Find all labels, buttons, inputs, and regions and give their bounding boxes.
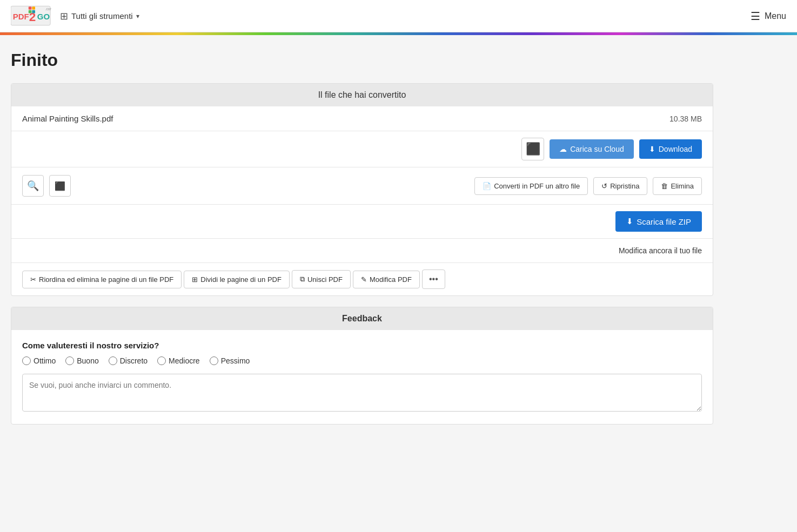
delete-label: Elimina (671, 182, 694, 190)
reorder-label: Riordina ed elimina le pagine di un file… (39, 275, 173, 284)
rating-buono[interactable]: Buono (65, 356, 98, 365)
merge-pdf-button[interactable]: ⧉ Unisci PDF (292, 270, 351, 288)
main-content: Finito Il file che hai convertito Animal… (0, 35, 724, 440)
trash-icon: 🗑 (661, 182, 668, 190)
split-pages-button[interactable]: ⊞ Dividi le pagine di un PDF (184, 271, 290, 288)
feedback-card: Feedback Come valuteresti il nostro serv… (11, 307, 713, 425)
qr-icon-2: ⬛ (55, 181, 65, 191)
rating-radio-group: Ottimo Buono Discreto Mediocre Pessimo (22, 356, 702, 365)
merge-icon: ⧉ (300, 275, 305, 284)
more-icon: ••• (429, 274, 438, 284)
chevron-down-icon: ▾ (136, 12, 139, 20)
mediocre-label: Mediocre (169, 356, 200, 365)
upload-cloud-label: Carica su Cloud (570, 145, 624, 153)
radio-buono[interactable] (65, 356, 74, 365)
svg-rect-8 (32, 10, 35, 13)
page-title: Finito (11, 50, 713, 70)
scissors-icon: ✂ (30, 275, 36, 284)
file-size: 10.38 MB (669, 115, 702, 123)
qr-code-button-2[interactable]: ⬛ (49, 175, 71, 197)
convert-button[interactable]: 📄 Converti in PDF un altro file (474, 177, 588, 195)
edit-icon: ✎ (361, 275, 367, 284)
zip-label: Scarica file ZIP (637, 217, 691, 226)
feedback-header: Feedback (11, 307, 713, 330)
rating-pessimo[interactable]: Pessimo (210, 356, 250, 365)
radio-discreto[interactable] (109, 356, 117, 365)
zip-row: ⬇ Scarica file ZIP (11, 205, 713, 239)
qr-code-button[interactable]: ⬛ (521, 138, 544, 160)
feedback-question: Come valuteresti il nostro servizio? (22, 341, 702, 350)
restore-icon: ↺ (601, 182, 607, 190)
header: PDF 2 GO .com ⊞ Tutti gli strumenti ▾ ☰ … (0, 0, 797, 32)
delete-button[interactable]: 🗑 Elimina (653, 177, 702, 195)
radio-pessimo[interactable] (210, 356, 218, 365)
download-icon: ⬇ (649, 145, 655, 153)
split-label: Dividi le pagine di un PDF (200, 275, 282, 284)
reorder-pages-button[interactable]: ✂ Riordina ed elimina le pagine di un fi… (22, 271, 182, 288)
split-icon: ⊞ (192, 275, 198, 284)
more-tools-button[interactable]: ••• (422, 270, 445, 289)
all-tools-button[interactable]: ⊞ Tutti gli strumenti ▾ (60, 10, 139, 22)
edit-row: Modifica ancora il tuo file (11, 239, 713, 263)
file-section-header: Il file che hai convertito (11, 84, 713, 106)
feedback-body: Come valuteresti il nostro servizio? Ott… (11, 330, 713, 424)
menu-label: Menu (765, 11, 786, 21)
hamburger-icon: ☰ (751, 10, 760, 23)
qr-icon: ⬛ (526, 143, 540, 155)
rating-mediocre[interactable]: Mediocre (157, 356, 200, 365)
search-icon: 🔍 (27, 180, 39, 192)
svg-rect-7 (29, 10, 32, 13)
download-label: Download (659, 145, 692, 153)
tools-row: 🔍 ⬛ 📄 Converti in PDF un altro file ↺ Ri… (11, 167, 713, 205)
search-button[interactable]: 🔍 (22, 175, 44, 197)
logo[interactable]: PDF 2 GO .com (11, 5, 51, 27)
svg-text:GO: GO (37, 11, 50, 21)
file-row: Animal Painting Skills.pdf 10.38 MB (11, 106, 713, 131)
comment-textarea[interactable] (22, 374, 702, 412)
radio-ottimo[interactable] (22, 356, 31, 365)
rating-discreto[interactable]: Discreto (109, 356, 148, 365)
file-conversion-card: Il file che hai convertito Animal Painti… (11, 83, 713, 296)
rating-ottimo[interactable]: Ottimo (22, 356, 56, 365)
edit-link[interactable]: Modifica ancora il tuo file (619, 246, 702, 255)
pdf-tools-row: ✂ Riordina ed elimina le pagine di un fi… (11, 263, 713, 295)
svg-text:.com: .com (45, 6, 51, 10)
svg-rect-6 (32, 6, 35, 10)
file-name: Animal Painting Skills.pdf (22, 114, 113, 123)
all-tools-label: Tutti gli strumenti (71, 11, 133, 21)
svg-text:PDF: PDF (13, 11, 29, 21)
upload-cloud-button[interactable]: ☁ Carica su Cloud (550, 139, 634, 159)
zip-download-button[interactable]: ⬇ Scarica file ZIP (615, 211, 702, 232)
restore-label: Ripristina (610, 182, 639, 190)
download-button[interactable]: ⬇ Download (639, 139, 702, 159)
discreto-label: Discreto (120, 356, 148, 365)
cloud-upload-icon: ☁ (559, 145, 567, 153)
pessimo-label: Pessimo (221, 356, 250, 365)
svg-rect-5 (29, 6, 32, 10)
action-row: ⬛ ☁ Carica su Cloud ⬇ Download (11, 131, 713, 167)
menu-button[interactable]: ☰ Menu (751, 10, 786, 23)
edit-pdf-button[interactable]: ✎ Modifica PDF (353, 271, 420, 288)
zip-download-icon: ⬇ (626, 217, 633, 226)
radio-mediocre[interactable] (157, 356, 166, 365)
buono-label: Buono (77, 356, 98, 365)
restore-button[interactable]: ↺ Ripristina (593, 177, 647, 195)
ottimo-label: Ottimo (34, 356, 56, 365)
convert-label: Converti in PDF un altro file (494, 182, 580, 190)
header-left: PDF 2 GO .com ⊞ Tutti gli strumenti ▾ (11, 5, 139, 27)
convert-icon: 📄 (483, 182, 491, 190)
merge-label: Unisci PDF (307, 275, 343, 284)
grid-icon: ⊞ (60, 10, 68, 22)
edit-pdf-label: Modifica PDF (370, 275, 412, 284)
